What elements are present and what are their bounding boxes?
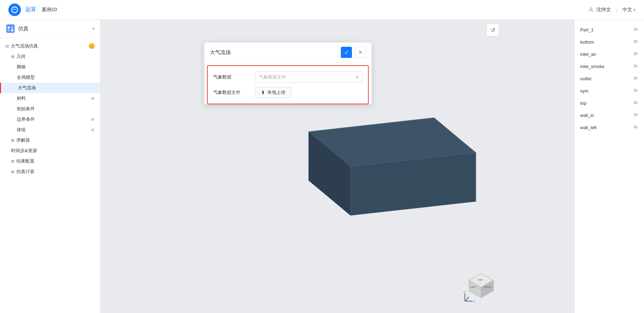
tree-item-solver[interactable]: ⊞ 求解器 — [0, 135, 100, 146]
panel-item-name-top: top — [580, 100, 633, 106]
tree-item-result-config[interactable]: ⊞ 结果配置 — [0, 156, 100, 166]
svg-text:LEFT: LEFT — [470, 286, 477, 288]
lang-selector[interactable]: 中文 ▾ — [622, 7, 636, 13]
svg-point-24 — [635, 29, 636, 30]
tree-item-atm-field[interactable]: 大气流场 — [0, 83, 100, 93]
topnav-right: 沈仲文 中文 ▾ — [588, 7, 636, 13]
tree-label-atm-sim: 大气流场仿真 — [11, 43, 87, 49]
eye-icon-inlet-air[interactable] — [633, 51, 638, 58]
weather-file-control: ⬆ 本地上传 — [255, 87, 362, 98]
logo — [8, 3, 21, 16]
svg-point-28 — [635, 53, 636, 54]
svg-rect-6 — [11, 29, 13, 31]
panel-item-name-inlet-smoke: inlet_smoke — [580, 64, 633, 69]
simulation-icon — [6, 24, 15, 33]
dialog-body: 气象数据 气象数据文件 ▾ 气象数据文件 ⬆ — [207, 65, 369, 104]
panel-item-name-sym: sym — [580, 88, 633, 94]
user-icon — [588, 7, 594, 13]
panel-item-inlet-air: inlet_air — [575, 48, 644, 60]
lang-label: 中文 — [622, 7, 632, 13]
topnav: 远算 案例10 沈仲文 中文 ▾ — [0, 0, 644, 20]
panel-items-container: Part_1 bottom inlet_air inlet_smoke — [575, 24, 644, 134]
dialog-wrapper: 大气流场 ✓ × 气象数据 气象数据文件 ▾ — [201, 39, 371, 107]
eye-icon-top[interactable] — [633, 100, 638, 106]
tree-item-timestep[interactable]: 时间步&资源 — [0, 146, 100, 156]
svg-point-38 — [635, 114, 636, 115]
expand-icon-sim-calc: ⊞ — [11, 170, 14, 174]
tree-item-mesh[interactable]: 网格 — [0, 62, 100, 72]
svg-point-40 — [635, 127, 636, 128]
svg-point-1 — [590, 8, 592, 10]
tree-label-boundary-cond: 边界条件 — [17, 116, 91, 122]
3d-model-svg — [281, 97, 483, 229]
eye-icon-sym[interactable] — [633, 88, 638, 94]
expand-icon-geometry: ⊞ — [11, 54, 14, 59]
panel-item-name-wall-left: wall_left — [580, 125, 633, 130]
tree-item-geometry[interactable]: ⊞ 几何 — [0, 51, 100, 62]
tree-item-atm-sim[interactable]: ⊟ 大气流场仿真 ! — [0, 41, 100, 51]
tree-badge-atm-sim: ! — [89, 43, 94, 49]
weather-data-select[interactable]: 气象数据文件 ▾ — [255, 72, 362, 83]
upload-label: 本地上传 — [267, 89, 285, 96]
svg-point-34 — [635, 90, 636, 91]
expand-icon-solver: ⊞ — [11, 138, 14, 143]
dialog-confirm-button[interactable]: ✓ — [341, 47, 352, 58]
sidebar-body: ⊟ 大气流场仿真 ! ⊞ 几何 网格 全局模型 大气流场 材料 ⊕ — [0, 38, 100, 313]
sidebar-header: 仿真 ▾ — [0, 20, 100, 38]
eye-icon-bottom[interactable] — [633, 39, 638, 45]
3d-model-container — [281, 97, 483, 231]
panel-item-top: top — [575, 97, 644, 109]
tree-label-mesh: 网格 — [17, 64, 94, 70]
tree-label-timestep: 时间步&资源 — [11, 148, 94, 154]
orientation-cube-container: TOP LEFT RIGHT X Z — [462, 266, 500, 306]
tree-label-global-model: 全局模型 — [17, 74, 94, 81]
eye-icon-wall-left[interactable] — [633, 124, 638, 131]
sidebar: 仿真 ▾ ⊟ 大气流场仿真 ! ⊞ 几何 网格 全局模型 大气流场 — [0, 20, 100, 313]
panel-item-wall-in: wall_in — [575, 109, 644, 121]
svg-line-20 — [465, 297, 469, 301]
lang-dropdown-icon: ▾ — [634, 7, 636, 12]
eye-icon-part1[interactable] — [633, 27, 638, 33]
svg-text:X: X — [473, 300, 475, 303]
dialog-actions: ✓ × — [341, 47, 366, 58]
svg-point-36 — [635, 102, 636, 103]
tree-item-sim-calc[interactable]: ⊞ 仿真计算 — [0, 166, 100, 177]
upload-button[interactable]: ⬆ 本地上传 — [255, 87, 291, 98]
tree-item-initial-cond[interactable]: 初始条件 — [0, 104, 100, 114]
tree-badge-boundary-cond[interactable]: ⊕ — [91, 117, 94, 122]
tree-item-boundary-cond[interactable]: 边界条件 ⊕ — [0, 114, 100, 125]
app-title: 远算 — [25, 6, 36, 13]
svg-point-32 — [635, 78, 636, 79]
topnav-left: 远算 案例10 — [8, 3, 57, 16]
dialog: 大气流场 ✓ × 气象数据 气象数据文件 ▾ — [204, 43, 371, 104]
weather-file-label: 气象数据文件 — [213, 89, 255, 96]
tree-label-sim-calc: 仿真计算 — [16, 169, 94, 175]
reset-view-button[interactable]: ↺ — [486, 24, 499, 36]
panel-item-inlet-smoke: inlet_smoke — [575, 60, 644, 73]
form-row-weather-data: 气象数据 气象数据文件 ▾ — [213, 72, 362, 83]
tree-badge-body-group[interactable]: ⊕ — [91, 127, 94, 132]
eye-icon-outlet[interactable] — [633, 75, 638, 82]
svg-rect-5 — [8, 29, 10, 31]
dialog-close-button[interactable]: × — [355, 47, 366, 58]
tree-item-body-group[interactable]: 体组 ⊕ — [0, 125, 100, 135]
viewport: ↺ 大气流场 ✓ × — [100, 20, 574, 313]
tree-badge-material[interactable]: ⊕ — [91, 96, 94, 101]
case-title: 案例10 — [42, 7, 57, 13]
svg-point-30 — [635, 66, 636, 67]
tree-item-global-model[interactable]: 全局模型 — [0, 72, 100, 83]
svg-text:TOP: TOP — [478, 279, 483, 281]
tree-label-geometry: 几何 — [16, 53, 94, 60]
sidebar-header-left: 仿真 — [6, 24, 29, 33]
dialog-header: 大气流场 ✓ × — [204, 43, 371, 62]
eye-icon-wall-in[interactable] — [633, 112, 638, 119]
tree-item-material[interactable]: 材料 ⊕ — [0, 93, 100, 104]
weather-data-select-value: 气象数据文件 — [259, 74, 286, 80]
tree-label-body-group: 体组 — [17, 127, 91, 133]
eye-icon-inlet-smoke[interactable] — [633, 63, 638, 70]
panel-item-name-outlet: outlet — [580, 76, 633, 81]
nav-divider — [616, 7, 617, 13]
tree-label-result-config: 结果配置 — [16, 158, 94, 164]
sidebar-collapse-btn[interactable]: ▾ — [92, 26, 94, 31]
panel-item-sym: sym — [575, 85, 644, 97]
